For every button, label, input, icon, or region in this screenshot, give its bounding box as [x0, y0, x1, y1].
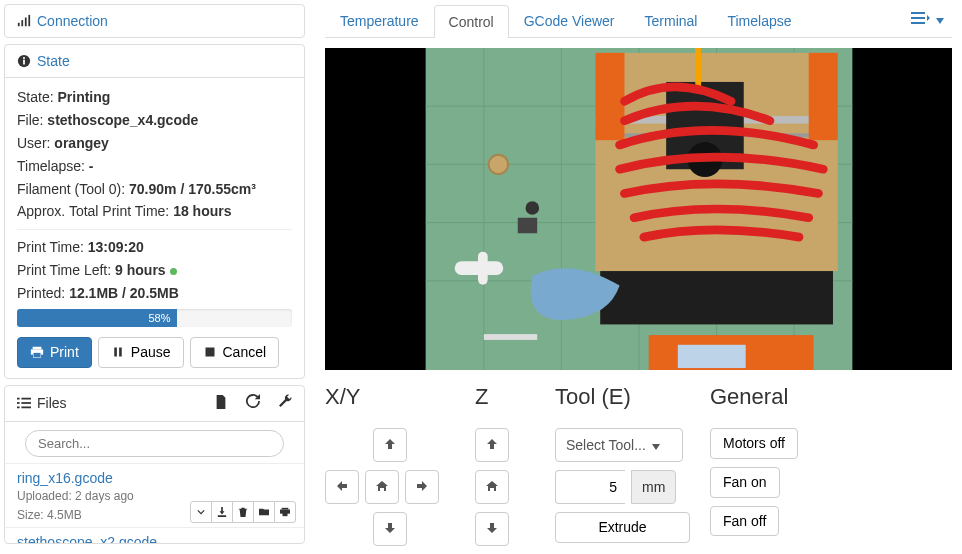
svg-rect-11 [114, 348, 117, 357]
home-icon [486, 479, 498, 496]
new-file-icon[interactable] [214, 394, 228, 413]
print-button[interactable]: Print [17, 337, 92, 368]
fan-on-button[interactable]: Fan on [710, 467, 780, 498]
svg-rect-2 [25, 18, 27, 27]
tool-select[interactable]: Select Tool... [555, 428, 683, 462]
extrude-button-label: Extrude [598, 519, 646, 536]
svg-rect-16 [17, 402, 20, 404]
xy-home-button[interactable] [365, 470, 399, 504]
svg-rect-7 [33, 347, 42, 350]
svg-rect-46 [478, 252, 488, 285]
svg-rect-44 [695, 48, 701, 87]
home-icon [376, 479, 388, 496]
svg-point-6 [23, 57, 25, 59]
svg-rect-15 [21, 398, 31, 400]
extrude-button[interactable]: Extrude [555, 512, 690, 543]
list-icon [17, 396, 31, 410]
state-heading[interactable]: State [5, 45, 304, 78]
xy-up-button[interactable] [373, 428, 407, 462]
user-value: orangey [54, 135, 108, 151]
svg-rect-24 [911, 17, 925, 19]
print-progress-bar: 58% [17, 309, 177, 327]
printer-icon[interactable] [274, 501, 296, 523]
svg-rect-22 [283, 513, 288, 516]
file-list[interactable]: ring_x16.gcode Uploaded: 2 days ago Size… [5, 463, 304, 543]
ptime-label: Print Time: [17, 239, 84, 255]
tool-heading: Tool (E) [555, 384, 690, 410]
file-item-name[interactable]: stethoscope_x2.gcode [17, 534, 292, 542]
svg-rect-17 [21, 402, 31, 404]
state-panel: State State: Printing File: stethoscope_… [4, 44, 305, 379]
pause-button-label: Pause [131, 344, 171, 361]
pleft-label: Print Time Left: [17, 262, 111, 278]
signal-icon [17, 14, 31, 28]
arrow-up-icon [384, 437, 396, 454]
info-icon [17, 54, 31, 68]
state-value: Printing [57, 89, 110, 105]
svg-rect-0 [18, 23, 20, 27]
files-heading[interactable]: Files [17, 395, 67, 411]
svg-rect-1 [21, 20, 23, 26]
cancel-button[interactable]: Cancel [190, 337, 280, 368]
file-label: File: [17, 112, 43, 128]
pause-icon [111, 345, 125, 359]
tab-temperature[interactable]: Temperature [325, 4, 434, 37]
svg-rect-12 [119, 348, 122, 357]
svg-rect-37 [600, 271, 833, 324]
state-heading-label: State [37, 53, 70, 69]
pause-button[interactable]: Pause [98, 337, 184, 368]
arrow-down-icon [486, 521, 498, 538]
print-progress: 58% [17, 309, 292, 327]
refresh-icon[interactable] [246, 394, 260, 413]
stop-icon [203, 345, 217, 359]
connection-heading[interactable]: Connection [5, 5, 304, 37]
wrench-icon[interactable] [278, 394, 292, 413]
fan-off-button[interactable]: Fan off [710, 506, 779, 537]
file-value: stethoscope_x4.gcode [47, 112, 198, 128]
state-label: State: [17, 89, 54, 105]
xy-left-button[interactable] [325, 470, 359, 504]
tab-gcode-viewer[interactable]: GCode Viewer [509, 4, 630, 37]
pleft-value: 9 hours [115, 262, 166, 278]
caret-down-icon [652, 437, 660, 453]
arrow-up-icon [486, 437, 498, 454]
download-icon[interactable] [211, 501, 233, 523]
extrude-amount-input[interactable] [555, 470, 625, 504]
user-label: User: [17, 135, 50, 151]
trash-icon[interactable] [232, 501, 254, 523]
tab-timelapse[interactable]: Timelapse [712, 4, 806, 37]
z-down-button[interactable] [475, 512, 509, 546]
tab-bar: Temperature Control GCode Viewer Termina… [325, 4, 952, 38]
svg-rect-41 [808, 53, 837, 140]
printed-value: 12.1MB / 20.5MB [69, 285, 179, 301]
state-body: State: Printing File: stethoscope_x4.gco… [5, 78, 304, 378]
chevron-down-icon[interactable] [190, 501, 212, 523]
search-input[interactable] [25, 430, 284, 457]
z-heading: Z [475, 384, 535, 410]
tab-control[interactable]: Control [434, 5, 509, 38]
totaltime-value: 18 hours [173, 203, 231, 219]
folder-icon[interactable] [253, 501, 275, 523]
motors-off-button[interactable]: Motors off [710, 428, 798, 459]
menu-button[interactable] [903, 4, 952, 37]
file-item-name[interactable]: ring_x16.gcode [17, 470, 292, 486]
svg-rect-18 [17, 407, 20, 409]
printed-label: Printed: [17, 285, 65, 301]
xy-right-button[interactable] [405, 470, 439, 504]
tab-terminal[interactable]: Terminal [630, 4, 713, 37]
svg-rect-25 [911, 22, 925, 24]
svg-rect-14 [17, 398, 20, 400]
file-item[interactable]: stethoscope_x2.gcode [5, 527, 304, 542]
arrow-right-icon [416, 479, 428, 496]
ptime-value: 13:09:20 [88, 239, 144, 255]
svg-rect-3 [28, 15, 30, 26]
z-up-button[interactable] [475, 428, 509, 462]
xy-down-button[interactable] [373, 512, 407, 546]
general-heading: General [710, 384, 830, 410]
totaltime-label: Approx. Total Print Time: [17, 203, 169, 219]
extrude-unit: mm [631, 470, 676, 504]
files-heading-label: Files [37, 395, 67, 411]
camera-feed [325, 48, 952, 370]
z-home-button[interactable] [475, 470, 509, 504]
file-item[interactable]: ring_x16.gcode Uploaded: 2 days ago Size… [5, 463, 304, 528]
